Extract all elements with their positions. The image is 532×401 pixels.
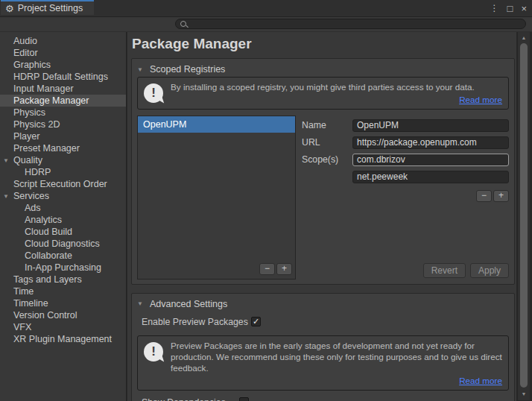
scoped-registries-header[interactable]: ▼ Scoped Registries <box>137 62 509 77</box>
scrollbar-thumb[interactable] <box>520 43 528 388</box>
sidebar-item-cloud-diagnostics[interactable]: Cloud Diagnostics <box>0 238 126 250</box>
sidebar-item-quality[interactable]: ▼Quality <box>0 154 126 166</box>
search-box[interactable] <box>175 19 526 29</box>
warning-bubble-icon: ! <box>144 342 163 361</box>
search-icon <box>180 21 186 27</box>
sidebar-item-preset-manager[interactable]: Preset Manager <box>0 142 126 154</box>
sidebar-item-editor[interactable]: Editor <box>0 47 126 59</box>
tab-project-settings[interactable]: ⚙ Project Settings <box>1 0 94 15</box>
enable-preview-label: Enable Preview Packages <box>142 317 251 327</box>
enable-preview-row: Enable Preview Packages <box>142 316 509 328</box>
sidebar-item-label: Time <box>13 286 34 297</box>
sidebar-item-graphics[interactable]: Graphics <box>0 59 126 71</box>
preview-warning-text: Preview Packages are in the early stages… <box>171 341 502 374</box>
sidebar-item-xr-plugin-management[interactable]: XR Plugin Management <box>0 333 126 345</box>
sidebar-item-hdrp[interactable]: HDRP <box>0 166 126 178</box>
sidebar-item-label: Cloud Build <box>25 227 72 237</box>
search-input[interactable] <box>190 19 521 28</box>
maximize-icon[interactable]: □ <box>507 4 513 13</box>
sidebar-item-physics-2d[interactable]: Physics 2D <box>0 119 126 130</box>
registry-rows: OpenUPM <box>138 116 295 133</box>
show-dependencies-row: Show Dependencies <box>142 397 509 401</box>
sidebar-item-label: XR Plugin Management <box>13 334 112 344</box>
scroll-up-icon[interactable]: ▲ <box>518 35 530 41</box>
sidebar-item-services[interactable]: ▼Services <box>0 190 126 202</box>
sidebar-item-time[interactable]: Time <box>0 285 126 297</box>
sidebar-item-label: Audio <box>13 36 37 46</box>
scope-field-2[interactable] <box>352 171 509 183</box>
warning-text: By installing a scoped registry, you mig… <box>171 82 502 93</box>
toolbar <box>0 17 532 32</box>
sidebar-item-timeline[interactable]: Timeline <box>0 297 126 309</box>
sidebar: AudioEditorGraphicsHDRP Default Settings… <box>0 32 127 401</box>
sidebar-item-collaborate[interactable]: Collaborate <box>0 250 126 262</box>
remove-scope-button[interactable]: − <box>476 190 492 202</box>
sidebar-item-label: Editor <box>13 48 38 58</box>
remove-registry-button[interactable]: − <box>259 263 275 275</box>
registry-list[interactable]: OpenUPM − + <box>137 116 296 280</box>
warning-bubble-icon: ! <box>144 83 163 103</box>
sidebar-item-label: Collaborate <box>25 250 72 261</box>
advanced-settings-header[interactable]: ▼ Advanced Settings <box>137 297 509 312</box>
expander-triangle-icon[interactable]: ▼ <box>3 155 9 167</box>
page-title: Package Manager <box>132 36 516 52</box>
enable-preview-checkbox[interactable] <box>251 317 261 326</box>
sidebar-item-input-manager[interactable]: Input Manager <box>0 83 126 95</box>
sidebar-item-label: Cloud Diagnostics <box>25 239 100 249</box>
sidebar-item-player[interactable]: Player <box>0 130 126 142</box>
registry-row[interactable]: OpenUPM <box>138 116 295 133</box>
sidebar-item-package-manager[interactable]: Package Manager <box>0 95 126 107</box>
sidebar-item-label: VFX <box>13 322 31 332</box>
sidebar-item-audio[interactable]: Audio <box>0 35 126 47</box>
read-more-link[interactable]: Read more <box>459 376 502 387</box>
expander-triangle-icon[interactable]: ▼ <box>3 191 9 203</box>
scroll-down-icon[interactable]: ▼ <box>518 391 530 397</box>
sidebar-item-analytics[interactable]: Analytics <box>0 214 126 226</box>
scope-actions: − + <box>302 190 509 202</box>
sidebar-item-version-control[interactable]: Version Control <box>0 309 126 321</box>
sidebar-item-ads[interactable]: Ads <box>0 202 126 214</box>
kebab-menu-icon[interactable]: ⋮ <box>490 4 499 13</box>
read-more-link[interactable]: Read more <box>459 95 502 106</box>
url-field[interactable] <box>352 136 509 149</box>
scoped-registries-section: ▼ Scoped Registries ! By installing a sc… <box>131 58 515 285</box>
sidebar-item-label: Input Manager <box>13 83 74 94</box>
gear-icon: ⚙ <box>5 4 14 13</box>
name-field[interactable] <box>352 119 509 132</box>
add-registry-button[interactable]: + <box>276 263 292 275</box>
sidebar-item-hdrp-default-settings[interactable]: HDRP Default Settings <box>0 71 126 83</box>
show-dependencies-label: Show Dependencies <box>142 397 239 401</box>
sidebar-item-cloud-build[interactable]: Cloud Build <box>0 226 126 238</box>
sidebar-item-label: Package Manager <box>13 95 89 106</box>
window-controls: ⋮ □ × <box>490 0 527 16</box>
url-label: URL <box>302 137 352 148</box>
sidebar-item-label: HDRP <box>25 167 51 177</box>
sidebar-item-label: Analytics <box>25 215 62 225</box>
sidebar-item-physics[interactable]: Physics <box>0 107 126 119</box>
sidebar-item-label: Quality <box>13 155 42 165</box>
sidebar-item-tags-and-layers[interactable]: Tags and Layers <box>0 274 126 285</box>
scopes-label: Scope(s) <box>302 154 352 165</box>
main-panel: Package Manager ▼ Scoped Registries ! By… <box>127 32 516 401</box>
registry-form: Name URL Scope(s) − + <box>296 116 509 280</box>
section-header-label: Scoped Registries <box>150 64 225 75</box>
add-scope-button[interactable]: + <box>493 190 509 202</box>
sidebar-item-script-execution-order[interactable]: Script Execution Order <box>0 178 126 190</box>
sidebar-item-label: Preset Manager <box>13 143 80 154</box>
close-icon[interactable]: × <box>521 4 527 13</box>
sidebar-item-label: In-App Purchasing <box>25 262 101 273</box>
sidebar-item-in-app-purchasing[interactable]: In-App Purchasing <box>0 262 126 274</box>
apply-button[interactable]: Apply <box>470 263 509 278</box>
sidebar-item-vfx[interactable]: VFX <box>0 321 126 333</box>
show-dependencies-checkbox[interactable] <box>239 397 249 401</box>
scope-field-1[interactable] <box>352 154 509 166</box>
sidebar-item-label: Physics 2D <box>13 119 60 130</box>
sidebar-item-label: Graphics <box>13 60 51 70</box>
vertical-scrollbar[interactable]: ▲ ▼ <box>517 32 530 400</box>
sidebar-item-label: Ads <box>25 203 41 213</box>
revert-button[interactable]: Revert <box>423 263 466 278</box>
sidebar-list: AudioEditorGraphicsHDRP Default Settings… <box>0 35 126 345</box>
sidebar-item-label: Script Execution Order <box>13 179 107 189</box>
scoped-registries-warning-box: ! By installing a scoped registry, you m… <box>137 77 509 110</box>
window-title: Project Settings <box>18 3 83 13</box>
